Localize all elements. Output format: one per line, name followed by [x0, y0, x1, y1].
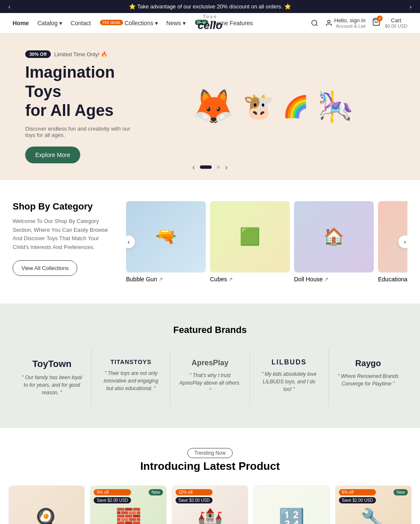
- hero-badge: 30% Off Limited Time Only! 🔥: [25, 50, 108, 58]
- cart-amount: $0.00 USD: [385, 24, 407, 29]
- product-card-3[interactable]: 10% off Save $3.00 USD 🏰 Quick Look $25.…: [172, 485, 248, 524]
- save-badge-3: Save $3.00 USD: [176, 497, 213, 503]
- discount-badge-5: 8% off: [339, 489, 376, 495]
- product-card-4[interactable]: 🔢 Quick Look $18.00 USD Numbers cylindri…: [253, 485, 330, 524]
- brand-titanstoys: TITANSTOYS " Their toys are not only inn…: [92, 348, 171, 407]
- category-slider: ‹ 🔫 Bubble Gun ↗ 🟩 Cubes ↗ 🏠 Doll House …: [126, 201, 407, 283]
- category-bubble-gun-image: 🔫: [126, 201, 206, 272]
- shop-category-section: Shop By Category Welcome To Our Shop By …: [0, 180, 420, 304]
- latest-products-title: Introducing Latest Product: [8, 460, 412, 473]
- discount-badge-2: 9% off: [94, 489, 131, 495]
- category-cubes[interactable]: 🟩 Cubes ↗: [210, 201, 290, 283]
- hero-next-btn[interactable]: ›: [225, 163, 228, 172]
- featured-brands-title: Featured Brands: [13, 325, 407, 335]
- cart-badge: 0: [377, 16, 383, 21]
- category-doll-house-image: 🏠: [294, 201, 374, 272]
- featured-brands-section: Featured Brands ToyTown " Our family has…: [0, 304, 420, 428]
- brand-lilbuds: LILBUDS " My kids absolutely love LILBUD…: [250, 348, 329, 407]
- nav-contact[interactable]: Contact: [71, 20, 91, 26]
- announcement-next-btn[interactable]: ›: [410, 3, 412, 10]
- hero-section: 30% Off Limited Time Only! 🔥 Imagination…: [0, 33, 420, 180]
- nav-collections[interactable]: Hot deals Collections ▾: [99, 20, 158, 26]
- svg-point-1: [328, 20, 330, 23]
- search-button[interactable]: [311, 19, 318, 27]
- nav-news[interactable]: News ▾: [166, 20, 186, 26]
- product-image-4: 🔢: [254, 486, 329, 524]
- hero-title: Imagination Toys for All Ages: [25, 63, 134, 121]
- product-badges-3: 10% off Save $3.00 USD: [176, 489, 213, 503]
- products-grid: 🍳 Quick Look $23.00 USD Wooden cooking t…: [8, 485, 412, 524]
- brands-grid: ToyTown " Our family has been loyal to f…: [13, 348, 407, 407]
- hero-off-badge: 30% Off: [25, 50, 51, 58]
- category-arrow-icon: ↗: [324, 276, 328, 282]
- cart-button[interactable]: 0 Cart $0.00 USD: [372, 17, 407, 29]
- category-arrow-icon: ↗: [159, 276, 163, 282]
- category-doll-house-label: Doll House ↗: [294, 276, 374, 283]
- category-bubble-gun[interactable]: 🔫 Bubble Gun ↗: [126, 201, 206, 283]
- category-info: Shop By Category Welcome To Our Shop By …: [13, 201, 113, 276]
- hero-prev-btn[interactable]: ‹: [192, 163, 195, 172]
- save-badge-2: Save $2.00 USD: [94, 497, 131, 503]
- svg-point-0: [312, 20, 317, 25]
- hero-description: Discover endless fun and creativity with…: [25, 126, 134, 138]
- product-badges-5: 8% off Save $2.00 USD: [339, 489, 376, 503]
- cart-label: Cart: [385, 17, 407, 24]
- category-cubes-label: Cubes ↗: [210, 276, 290, 283]
- collections-badge: Hot deals: [100, 20, 123, 25]
- brand-apresplay: ApresPlay " That's why I trust ApresPlay…: [171, 348, 249, 407]
- product-badges-2: 9% off Save $2.00 USD: [94, 489, 131, 503]
- category-arrow-icon: ↗: [228, 276, 233, 282]
- category-title: Shop By Category: [13, 201, 113, 212]
- product-card-5[interactable]: 8% off Save $2.00 USD New 🔧 Quick Look $…: [335, 485, 412, 524]
- hero-content: 30% Off Limited Time Only! 🔥 Imagination…: [25, 50, 134, 163]
- hero-limited-text: Limited Time Only! 🔥: [54, 51, 108, 58]
- header-right: Hello, sign in Account & List 0 Cart $0.…: [311, 17, 407, 29]
- save-badge-5: Save $2.00 USD: [339, 497, 376, 503]
- product-image-1: 🍳: [9, 486, 84, 524]
- header: Home Catalog ▾ Contact Hot deals Collect…: [0, 13, 420, 33]
- category-bubble-gun-label: Bubble Gun ↗: [126, 276, 206, 283]
- hero-controls: ‹ ›: [192, 163, 228, 172]
- brand-raygo: Raygo " Where Renowned Brands Converge f…: [329, 348, 407, 407]
- product-image-5: 8% off Save $2.00 USD New 🔧: [336, 486, 411, 524]
- latest-products-section: Trending Now Introducing Latest Product …: [0, 428, 420, 524]
- logo: Toyo ċello: [197, 14, 222, 32]
- hero-images: 🦊🐮🌈🎠: [126, 33, 420, 180]
- view-all-collections-button[interactable]: View All Collections: [13, 260, 77, 276]
- nav-home[interactable]: Home: [13, 20, 29, 26]
- product-card-1[interactable]: 🍳 Quick Look $23.00 USD Wooden cooking t…: [8, 485, 85, 524]
- product-image-2: 9% off Save $2.00 USD New 🧱: [90, 486, 166, 524]
- announcement-text: ⭐ Take advantage of our exclusive 20% di…: [129, 3, 291, 10]
- discount-badge-3: 10% off: [176, 489, 213, 495]
- product-card-2[interactable]: 9% off Save $2.00 USD New 🧱 Quick Look $…: [90, 485, 166, 524]
- new-badge-5: New: [394, 489, 408, 495]
- new-badge-2: New: [149, 489, 163, 495]
- hero-dot-active: [200, 165, 212, 169]
- trending-badge: Trending Now: [8, 449, 412, 456]
- account-button[interactable]: Hello, sign in Account & List: [325, 17, 365, 29]
- category-description: Welcome To Our Shop By Category Section,…: [13, 217, 113, 252]
- account-sub: Account & List: [334, 24, 365, 29]
- hero-dot-inactive: [217, 165, 220, 169]
- announcement-bar: ‹ ⭐ Take advantage of our exclusive 20% …: [0, 0, 420, 13]
- announcement-prev-btn[interactable]: ‹: [8, 3, 10, 10]
- category-doll-house[interactable]: 🏠 Doll House ↗: [294, 201, 374, 283]
- nav-catalog[interactable]: Catalog ▾: [37, 20, 62, 26]
- category-cubes-image: 🟩: [210, 201, 290, 272]
- hero-cta-button[interactable]: Explore More: [25, 147, 80, 163]
- brand-toytown: ToyTown " Our family has been loyal to f…: [13, 348, 92, 407]
- account-label: Hello, sign in: [334, 17, 365, 24]
- category-educational-label: Educational ↗: [378, 276, 407, 283]
- product-image-3: 10% off Save $3.00 USD 🏰: [172, 486, 248, 524]
